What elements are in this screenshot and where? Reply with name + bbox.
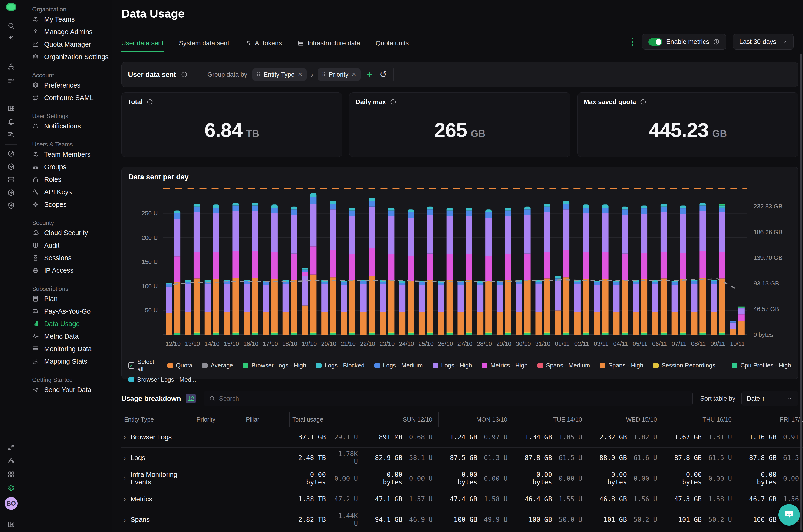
- rail-gear-button[interactable]: [7, 484, 15, 492]
- bar-group-10-11[interactable]: [730, 307, 745, 335]
- legend-item-cpu-profiles-high[interactable]: Cpu Profiles - High: [732, 362, 791, 369]
- sidebar-item-data-usage[interactable]: Data Usage: [22, 318, 111, 330]
- sidebar-item-audit[interactable]: Audit: [22, 239, 111, 252]
- sidebar-item-pay-as-you-go[interactable]: Pay-As-You-Go: [22, 305, 111, 318]
- legend-item-spans-medium[interactable]: Spans - Medium: [537, 362, 590, 369]
- select-all-checkbox[interactable]: ✓Select all: [128, 358, 158, 373]
- remove-chip-icon[interactable]: ✕: [351, 71, 356, 78]
- rail-grid-button[interactable]: [7, 104, 15, 112]
- sidebar-item-ip-access[interactable]: IP Access: [22, 264, 111, 277]
- bar-group-18-10[interactable]: [282, 207, 297, 335]
- expand-chevron-icon[interactable]: ›: [124, 474, 126, 482]
- column-header-pillar[interactable]: Pillar: [243, 412, 290, 426]
- bar-group-26-10[interactable]: [438, 208, 453, 335]
- bar-group-13-10[interactable]: [185, 204, 200, 335]
- rail-sparkles-button[interactable]: [7, 35, 15, 43]
- bar-group-09-11[interactable]: [711, 204, 725, 335]
- rail-shield-spark-button[interactable]: [7, 202, 15, 210]
- legend-item-average[interactable]: Average: [202, 362, 233, 369]
- rail-search-list-button[interactable]: [7, 130, 15, 138]
- column-header-mon-13-10[interactable]: MON 13/10: [439, 412, 513, 426]
- enable-metrics-toggle[interactable]: [649, 38, 662, 46]
- sidebar-item-mapping-stats[interactable]: Mapping Stats: [22, 355, 111, 368]
- table-search[interactable]: [203, 391, 693, 406]
- bar-group-23-10[interactable]: [380, 208, 394, 335]
- sidebar-item-roles[interactable]: Roles: [22, 173, 111, 186]
- bar-group-19-10[interactable]: [302, 193, 316, 335]
- kebab-menu-button[interactable]: [630, 36, 635, 48]
- rail-apps-button[interactable]: [7, 471, 15, 478]
- column-header-tue-14-10[interactable]: TUE 14/10: [513, 412, 588, 426]
- sidebar-item-quota-manager[interactable]: Quota Manager: [22, 38, 111, 51]
- legend-item-spans-high[interactable]: Spans - High: [600, 362, 643, 369]
- table-row-infra-monitoring-events[interactable]: ›Infra Monitoring Events0.00 bytes0.00 U…: [121, 468, 803, 489]
- info-icon[interactable]: [640, 98, 646, 106]
- bar-group-28-10[interactable]: [477, 209, 492, 335]
- bar-group-14-10[interactable]: [205, 205, 219, 335]
- info-icon[interactable]: [146, 98, 153, 106]
- bar-group-04-11[interactable]: [613, 207, 628, 335]
- expand-chevron-icon[interactable]: ›: [124, 454, 126, 462]
- sidebar-item-configure-saml[interactable]: Configure SAML: [22, 92, 111, 104]
- legend-item-session-recordings[interactable]: Session Recordings ...: [653, 362, 722, 369]
- date-range-select[interactable]: Last 30 days: [733, 34, 794, 50]
- reset-group-button[interactable]: ↺: [379, 70, 388, 79]
- drag-handle-icon[interactable]: ⠿: [256, 72, 260, 78]
- sidebar-item-team-members[interactable]: Team Members: [22, 148, 111, 160]
- info-icon[interactable]: [713, 38, 720, 45]
- table-row-logs[interactable]: ›Logs2.48 TB1.78K U82.9 GB58.1 U87.5 GB6…: [121, 447, 803, 468]
- chat-bubble-button[interactable]: [778, 504, 800, 526]
- rail-hex-spark-button[interactable]: [7, 189, 15, 196]
- table-row-metrics[interactable]: ›Metrics1.38 TB47.2 U47.1 GB1.57 U47.4 G…: [121, 489, 803, 509]
- rail-tree-button[interactable]: [7, 63, 15, 71]
- add-group-button[interactable]: +: [366, 70, 373, 80]
- info-icon[interactable]: [181, 71, 188, 78]
- group-chip-entity-type[interactable]: ⠿Entity Type✕: [252, 69, 307, 80]
- bar-group-17-10[interactable]: [263, 205, 278, 335]
- sidebar-item-monitoring-data[interactable]: Monitoring Data: [22, 343, 111, 355]
- remove-chip-icon[interactable]: ✕: [298, 71, 303, 78]
- legend-item-metrics-high[interactable]: Metrics - High: [482, 362, 528, 369]
- tab-user-data-sent[interactable]: User data sent: [121, 39, 164, 52]
- bar-group-03-11[interactable]: [594, 205, 608, 335]
- bar-group-01-11[interactable]: [555, 201, 569, 335]
- sidebar-item-scopes[interactable]: Scopes: [22, 198, 111, 211]
- sidebar-item-notifications[interactable]: Notifications: [22, 120, 111, 132]
- bar-group-15-10[interactable]: [224, 203, 239, 335]
- table-row-browser-logs[interactable]: ›Browser Logs37.1 GB29.1 U891 MB0.68 U1.…: [121, 426, 803, 447]
- enable-metrics-control[interactable]: Enable metrics: [642, 34, 726, 50]
- column-header-wed-15-10[interactable]: WED 15/10: [588, 412, 663, 426]
- bar-group-30-10[interactable]: [516, 207, 531, 335]
- rail-bell-button[interactable]: [7, 117, 15, 125]
- tab-quota-units[interactable]: Quota units: [376, 39, 409, 52]
- bar-group-07-11[interactable]: [672, 206, 686, 335]
- column-header-entity-type[interactable]: Entity Type: [121, 412, 194, 426]
- column-header-total-usage[interactable]: Total usage: [290, 412, 364, 426]
- expand-chevron-icon[interactable]: ›: [124, 516, 126, 524]
- sidebar-item-my-teams[interactable]: My Teams: [22, 13, 111, 25]
- sidebar-item-metric-data[interactable]: Metric Data: [22, 330, 111, 343]
- sidebar-item-sessions[interactable]: Sessions: [22, 252, 111, 264]
- bar-group-05-11[interactable]: [633, 206, 647, 335]
- sidebar-item-cloud-security[interactable]: Cloud Security: [22, 227, 111, 239]
- data-sent-chart[interactable]: 250 U200 U150 U100 U50 U232.83 GB186.26 …: [128, 182, 791, 355]
- bar-group-02-11[interactable]: [574, 205, 589, 335]
- legend-item-logs-blocked[interactable]: Logs - Blocked: [316, 362, 365, 369]
- sidebar-item-send-your-data[interactable]: Send Your Data: [22, 383, 111, 396]
- sidebar-item-preferences[interactable]: Preferences: [22, 79, 111, 92]
- sidebar-item-plan[interactable]: Plan: [22, 292, 111, 305]
- bar-group-20-10[interactable]: [321, 201, 336, 335]
- table-row-spans[interactable]: ›Spans2.82 TB1.44K U94.1 GB46.9 U100 GB4…: [121, 509, 803, 530]
- bar-group-27-10[interactable]: [457, 208, 472, 335]
- rail-hex-pulse-button[interactable]: [7, 163, 15, 171]
- column-header-thu-16-10[interactable]: THU 16/10: [663, 412, 738, 426]
- rail-servers-button[interactable]: [7, 176, 15, 184]
- expand-chevron-icon[interactable]: ›: [124, 495, 126, 503]
- bar-group-31-10[interactable]: [535, 204, 550, 335]
- column-header-priority[interactable]: Priority: [194, 412, 243, 426]
- tab-infrastructure-data[interactable]: Infrastructure data: [297, 39, 360, 52]
- bar-group-12-10[interactable]: [166, 210, 180, 335]
- legend-item-browser-logs-med[interactable]: Browser Logs - Med...: [128, 376, 196, 383]
- legend-item-logs-high[interactable]: Logs - High: [433, 362, 472, 369]
- rail-pipe-button[interactable]: [7, 443, 15, 452]
